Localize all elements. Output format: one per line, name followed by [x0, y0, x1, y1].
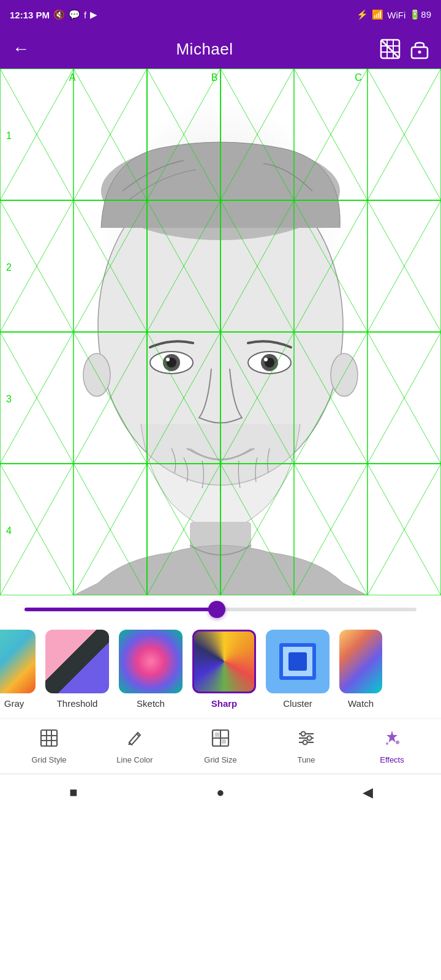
- effects-icon: [383, 729, 401, 752]
- svg-rect-97: [215, 733, 219, 737]
- bluetooth-icon: ⚡: [356, 9, 368, 20]
- toolbar-line-color-label: Line Color: [116, 755, 153, 764]
- effect-thumb-gray: [0, 630, 36, 693]
- toolbar-effects-label: Effects: [380, 755, 404, 764]
- svg-point-104: [303, 740, 307, 744]
- effect-thumb-sharp: [192, 630, 256, 693]
- toolbar-grid-style[interactable]: Grid Style: [18, 729, 80, 764]
- cluster-inner: [279, 643, 316, 680]
- svg-point-18: [83, 353, 110, 396]
- effect-label-threshold: Threshold: [57, 698, 98, 709]
- effect-label-sharp: Sharp: [211, 698, 238, 709]
- toolbar-grid-size-label: Grid Size: [204, 755, 236, 764]
- bottom-toolbar: Grid Style Line Color Grid Size: [0, 718, 441, 774]
- effect-label-gray: Gray: [4, 698, 24, 709]
- svg-point-100: [301, 731, 306, 736]
- effect-label-watch: Watch: [348, 698, 374, 709]
- svg-point-102: [307, 736, 312, 740]
- svg-point-105: [396, 741, 399, 744]
- status-time: 12:13 PM: [10, 10, 50, 20]
- battery-icon: 🔋89: [409, 9, 431, 20]
- slider-fill: [24, 608, 217, 611]
- grid-style-icon: [40, 729, 58, 752]
- tune-icon: [297, 729, 315, 752]
- toolbar-grid-size[interactable]: Grid Size: [190, 729, 251, 764]
- status-bar: 12:13 PM 🔇 💬 f ▶ ⚡ 📶 WiFi 🔋89: [0, 0, 441, 29]
- nav-stop-button[interactable]: ■: [61, 780, 86, 805]
- slider-thumb[interactable]: [208, 601, 225, 618]
- nav-home-button[interactable]: ●: [208, 780, 233, 805]
- status-right: ⚡ 📶 WiFi 🔋89: [356, 9, 431, 20]
- nav-back-button[interactable]: ◀: [355, 780, 380, 805]
- svg-point-19: [331, 353, 358, 396]
- svg-line-5: [381, 40, 399, 58]
- svg-rect-98: [222, 739, 226, 744]
- effect-item-sharp[interactable]: Sharp: [187, 630, 261, 709]
- svg-point-106: [386, 742, 388, 745]
- toolbar-tune[interactable]: Tune: [276, 729, 337, 764]
- toolbar-line-color[interactable]: Line Color: [104, 729, 165, 764]
- effect-item-sketch[interactable]: Sketch: [114, 630, 187, 709]
- effect-item-watch[interactable]: Watch: [334, 630, 387, 709]
- effect-thumb-sketch: [119, 630, 183, 693]
- facebook-icon: f: [84, 10, 86, 20]
- header-icons: [380, 39, 429, 59]
- cluster-center: [288, 652, 307, 671]
- page-title: Michael: [176, 40, 233, 59]
- grid-size-icon: [211, 729, 230, 752]
- header: ← Michael: [0, 29, 441, 69]
- status-left: 12:13 PM 🔇 💬 f ▶: [10, 9, 97, 20]
- toolbar-tune-label: Tune: [297, 755, 315, 764]
- effect-thumb-cluster: [266, 630, 330, 693]
- effect-item-threshold[interactable]: Threshold: [40, 630, 114, 709]
- effect-item-cluster[interactable]: Cluster: [261, 630, 334, 709]
- effect-label-cluster: Cluster: [283, 698, 312, 709]
- effects-carousel: Gray Threshold Sketch Sharp Cluster Watc…: [0, 624, 441, 718]
- message-icon: 💬: [69, 9, 80, 20]
- portrait-sketch: [0, 69, 441, 595]
- effect-thumb-threshold: [45, 630, 109, 693]
- wifi-icon: WiFi: [387, 10, 405, 20]
- svg-point-7: [418, 51, 421, 54]
- slider-area: [0, 595, 441, 624]
- svg-point-17: [264, 358, 268, 361]
- slider-track[interactable]: [24, 608, 417, 611]
- nav-bar: ■ ● ◀: [0, 774, 441, 810]
- svg-point-13: [166, 358, 170, 361]
- mute-icon: 🔇: [53, 9, 65, 20]
- effect-label-sketch: Sketch: [137, 698, 165, 709]
- lock-icon[interactable]: [410, 39, 429, 59]
- svg-rect-88: [41, 730, 57, 746]
- toolbar-effects[interactable]: Effects: [361, 729, 423, 764]
- youtube-icon: ▶: [90, 9, 97, 20]
- back-button[interactable]: ←: [12, 39, 29, 59]
- effect-thumb-watch: [339, 630, 382, 693]
- grid-off-icon[interactable]: [380, 39, 401, 59]
- toolbar-grid-style-label: Grid Style: [31, 755, 66, 764]
- effect-item-gray[interactable]: Gray: [0, 630, 40, 709]
- signal-icon: 📶: [372, 9, 383, 20]
- line-color-icon: [126, 729, 144, 752]
- canvas-area: A B C 1 2 3 4: [0, 69, 441, 595]
